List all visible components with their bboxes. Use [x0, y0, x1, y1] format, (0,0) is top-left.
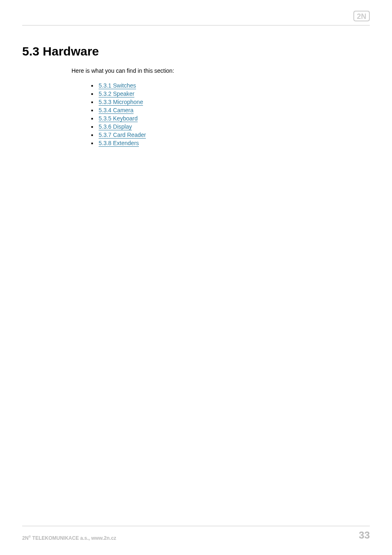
footer: 2N® TELEKOMUNIKACE a.s., www.2n.cz 33: [22, 526, 370, 541]
list-item: 5.3.6 Display: [91, 123, 370, 131]
svg-text:2N: 2N: [357, 12, 366, 21]
toc-link-microphone[interactable]: 5.3.3 Microphone: [99, 99, 143, 106]
toc-link-switches[interactable]: 5.3.1 Switches: [99, 82, 136, 89]
toc-list: 5.3.1 Switches 5.3.2 Speaker 5.3.3 Micro…: [91, 81, 370, 147]
list-item: 5.3.8 Extenders: [91, 139, 370, 147]
toc-link-extenders[interactable]: 5.3.8 Extenders: [99, 140, 139, 147]
toc-link-display[interactable]: 5.3.6 Display: [99, 123, 132, 130]
list-item: 5.3.4 Camera: [91, 106, 370, 114]
list-item: 5.3.2 Speaker: [91, 90, 370, 98]
footer-company-text: 2N® TELEKOMUNIKACE a.s., www.2n.cz: [22, 535, 116, 541]
page-container: 2N 5.3 Hardware Here is what you can fin…: [0, 0, 392, 555]
page-number: 33: [359, 530, 370, 541]
list-item: 5.3.7 Card Reader: [91, 131, 370, 139]
toc-link-card-reader[interactable]: 5.3.7 Card Reader: [99, 132, 146, 139]
toc-link-keyboard[interactable]: 5.3.5 Keyboard: [99, 115, 138, 122]
toc-link-camera[interactable]: 5.3.4 Camera: [99, 107, 134, 114]
intro-text: Here is what you can find in this sectio…: [71, 67, 370, 74]
list-item: 5.3.1 Switches: [91, 81, 370, 90]
page-title: 5.3 Hardware: [22, 44, 370, 58]
toc-link-speaker[interactable]: 5.3.2 Speaker: [99, 90, 134, 97]
header-bar: 2N: [22, 10, 370, 25]
list-item: 5.3.5 Keyboard: [91, 114, 370, 123]
list-item: 5.3.3 Microphone: [91, 98, 370, 106]
logo-2n-icon: 2N: [353, 11, 370, 21]
